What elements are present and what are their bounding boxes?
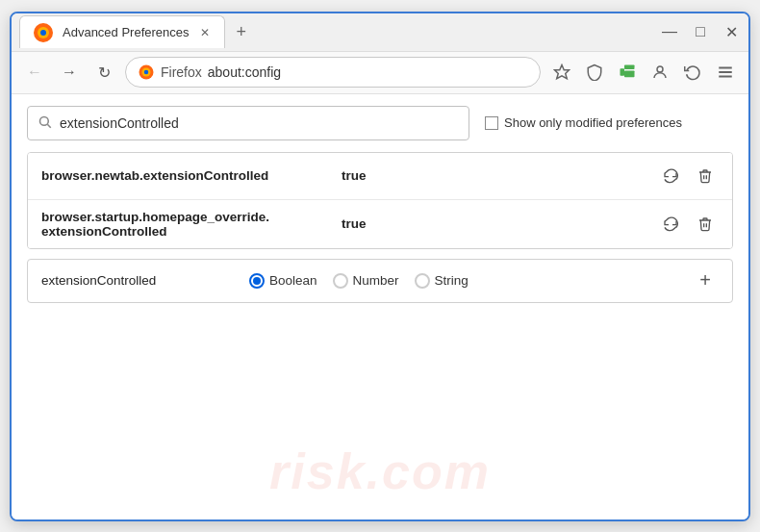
table-row: browser.startup.homepage_override. exten…	[28, 200, 732, 248]
firefox-logo-icon	[138, 63, 155, 81]
pref-value-1: true	[342, 168, 646, 183]
back-btn[interactable]: ←	[21, 59, 48, 86]
svg-point-10	[657, 66, 663, 72]
show-modified-label: Show only modified preferences	[504, 115, 682, 130]
profile-icon[interactable]	[646, 59, 673, 86]
content-area: risk.com Show only modified preferences	[12, 94, 748, 519]
menu-icon[interactable]	[712, 59, 739, 86]
maximize-btn[interactable]: □	[691, 22, 710, 41]
new-tab-btn[interactable]: +	[229, 18, 255, 46]
browser-window: Advanced Preferences ✕ + — □ ✕ ← → ↻ Fir…	[10, 12, 750, 521]
radio-boolean[interactable]: Boolean	[249, 273, 317, 289]
browser-name-label: Firefox	[161, 64, 202, 80]
nav-bar: ← → ↻ Firefox about:config	[12, 52, 748, 94]
reset-btn-1[interactable]	[657, 163, 684, 190]
delete-btn-1[interactable]	[692, 163, 719, 190]
browser-tab[interactable]: Advanced Preferences ✕	[19, 15, 225, 48]
sync-icon[interactable]	[679, 59, 706, 86]
firefox-tab-icon	[32, 21, 55, 44]
radio-boolean-label: Boolean	[269, 273, 317, 288]
reset-btn-2[interactable]	[657, 211, 684, 238]
radio-number-circle	[333, 273, 348, 289]
shield-icon[interactable]	[581, 59, 608, 86]
pref-value-2: true	[342, 216, 646, 231]
watermark: risk.com	[269, 443, 491, 500]
new-preference-row: extensionControlled Boolean Number Strin…	[27, 259, 733, 303]
search-box[interactable]	[27, 106, 469, 140]
radio-string-label: String	[435, 273, 469, 288]
pref-name-1: browser.newtab.extensionControlled	[41, 168, 330, 183]
table-row: browser.newtab.extensionControlled true	[28, 153, 732, 200]
minimize-btn[interactable]: —	[660, 22, 679, 41]
svg-rect-8	[624, 65, 635, 70]
pref-name-2: browser.startup.homepage_override. exten…	[41, 210, 330, 239]
svg-marker-6	[555, 65, 570, 79]
new-pref-name-label: extensionControlled	[41, 273, 234, 288]
url-text: about:config	[208, 64, 281, 80]
svg-point-2	[40, 30, 46, 36]
address-bar[interactable]: Firefox about:config	[125, 57, 541, 88]
radio-boolean-circle	[249, 273, 265, 289]
add-preference-btn[interactable]: +	[692, 267, 719, 294]
delete-btn-2[interactable]	[692, 211, 719, 238]
tab-close-btn[interactable]: ✕	[197, 25, 213, 40]
show-modified-row: Show only modified preferences	[485, 115, 682, 130]
svg-rect-7	[621, 68, 625, 76]
pref-actions-1	[657, 163, 719, 190]
preferences-table: browser.newtab.extensionControlled true	[27, 152, 733, 249]
radio-number[interactable]: Number	[333, 273, 399, 289]
extension-icon[interactable]	[614, 59, 641, 86]
title-bar: Advanced Preferences ✕ + — □ ✕	[12, 13, 748, 52]
tab-title: Advanced Preferences	[63, 25, 190, 39]
pref-actions-2	[657, 211, 719, 238]
radio-string[interactable]: String	[415, 273, 469, 289]
show-modified-checkbox[interactable]	[485, 116, 498, 130]
bookmark-icon[interactable]	[548, 59, 575, 86]
type-radio-group: Boolean Number String	[249, 273, 676, 289]
radio-number-label: Number	[353, 273, 399, 288]
search-row: Show only modified preferences	[27, 106, 733, 140]
svg-point-14	[40, 116, 49, 125]
close-btn[interactable]: ✕	[722, 22, 741, 41]
radio-string-circle	[415, 273, 430, 289]
nav-icons	[548, 59, 739, 86]
search-input[interactable]	[60, 115, 459, 131]
search-icon	[38, 114, 52, 132]
svg-point-5	[144, 70, 149, 75]
svg-rect-9	[624, 71, 635, 78]
svg-line-15	[47, 124, 50, 127]
window-controls: — □ ✕	[660, 22, 741, 41]
forward-btn[interactable]: →	[56, 59, 83, 86]
reload-btn[interactable]: ↻	[90, 59, 117, 86]
